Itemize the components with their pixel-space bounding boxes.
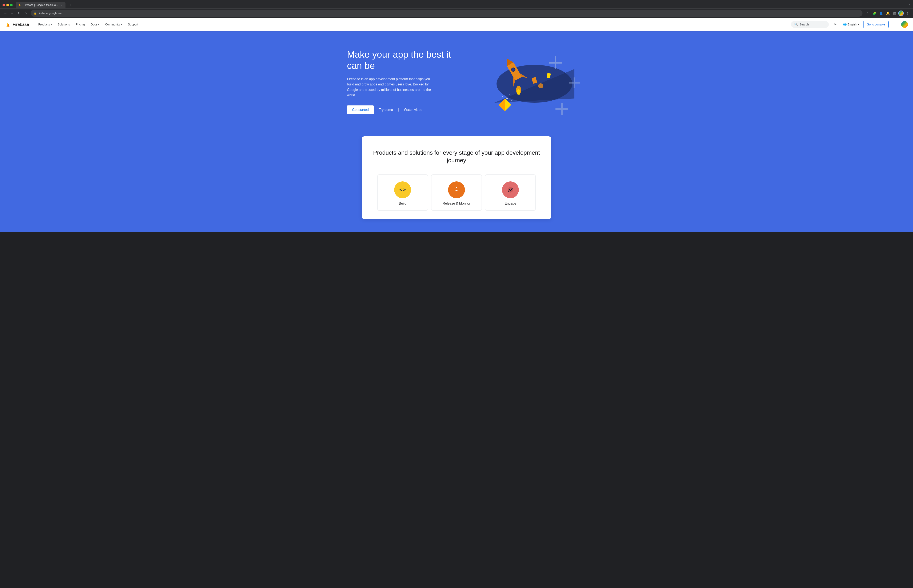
product-item-build[interactable]: <> Build	[377, 174, 428, 211]
nav-solutions[interactable]: Solutions	[55, 21, 73, 28]
hero-actions: Get started Try demo | Watch video	[347, 105, 456, 114]
release-icon-circle	[448, 181, 465, 198]
close-window-button[interactable]	[3, 4, 5, 6]
nav-right: 🔍 Search ☀ 🌐 English ▾ Go to console ⋮	[791, 21, 908, 28]
product-item-release[interactable]: Release & Monitor	[431, 174, 482, 211]
account-icon[interactable]: 👤	[878, 10, 884, 16]
products-arrow-icon: ▾	[51, 23, 52, 26]
hero-text: Make your app the best it can be Firebas…	[347, 49, 456, 114]
nav-community[interactable]: Community ▾	[102, 21, 125, 28]
get-started-button[interactable]: Get started	[347, 105, 374, 114]
more-options-icon[interactable]: ⋮	[905, 10, 910, 16]
url-bar[interactable]: 🔒 firebase.google.com	[31, 10, 863, 17]
window-controls: ⌃	[908, 4, 910, 6]
products-card: Products and solutions for every stage o…	[362, 136, 551, 219]
extension-icon[interactable]: 🧩	[871, 10, 877, 16]
release-icon	[452, 185, 461, 194]
svg-point-15	[517, 89, 520, 95]
profile-avatar[interactable]	[898, 11, 904, 16]
lock-icon: 🔒	[34, 12, 37, 15]
nav-controls: ← → ↻ ⌂	[3, 10, 29, 16]
theme-toggle-button[interactable]: ☀	[831, 21, 839, 28]
engage-icon-circle	[502, 181, 519, 198]
tab-title: Firebase | Google's Mobile &...	[24, 3, 58, 6]
browser-actions: ☆ 🧩 👤 🔔 ▦ ⋮	[864, 10, 910, 16]
product-label-release: Release & Monitor	[443, 202, 470, 205]
svg-point-27	[456, 188, 457, 190]
engage-icon	[506, 185, 515, 194]
community-arrow-icon: ▾	[121, 23, 122, 26]
maximize-window-button[interactable]	[10, 4, 13, 6]
nav-docs[interactable]: Docs ▾	[88, 21, 102, 28]
hero-illustration	[456, 44, 583, 120]
docs-arrow-icon: ▾	[98, 23, 99, 26]
minimize-window-button[interactable]	[6, 4, 9, 6]
svg-point-18	[507, 98, 508, 99]
sidebar-icon[interactable]: ▦	[892, 10, 897, 16]
firebase-flame-icon	[5, 21, 11, 27]
build-icon-circle: <>	[394, 181, 411, 198]
products-section-title: Products and solutions for every stage o…	[370, 149, 543, 164]
nav-links: Products ▾ Solutions Pricing Docs ▾ Comm…	[36, 21, 791, 28]
nav-more-button[interactable]: ⋮	[891, 21, 899, 28]
try-demo-button[interactable]: Try demo	[379, 105, 393, 114]
build-icon: <>	[398, 185, 407, 194]
home-button[interactable]: ⌂	[23, 10, 29, 16]
tab-bar: Firebase | Google's Mobile &... × + ⌃	[0, 0, 913, 8]
svg-point-19	[509, 94, 510, 95]
language-selector[interactable]: 🌐 English ▾	[842, 21, 861, 27]
language-arrow-icon: ▾	[858, 23, 859, 26]
svg-point-20	[502, 96, 503, 97]
address-bar: ← → ↻ ⌂ 🔒 firebase.google.com ☆ 🧩 👤 🔔 ▦ …	[0, 8, 913, 18]
search-icon: 🔍	[794, 23, 798, 26]
hero-section: Make your app the best it can be Firebas…	[0, 31, 913, 136]
hero-title: Make your app the best it can be	[347, 49, 456, 71]
svg-text:<>: <>	[400, 186, 406, 193]
product-label-engage: Engage	[505, 202, 516, 205]
reload-button[interactable]: ↻	[16, 10, 22, 16]
svg-point-21	[511, 100, 512, 101]
hero-description: Firebase is an app development platform …	[347, 76, 435, 98]
nav-support[interactable]: Support	[125, 21, 141, 28]
browser-chrome: Firebase | Google's Mobile &... × + ⌃ ← …	[0, 0, 913, 18]
nav-pricing[interactable]: Pricing	[73, 21, 87, 28]
products-grid: <> Build	[370, 174, 543, 211]
main-nav: Firebase Products ▾ Solutions Pricing Do…	[0, 18, 913, 31]
nav-profile-avatar[interactable]	[901, 21, 908, 28]
nav-products[interactable]: Products ▾	[36, 21, 54, 28]
active-tab[interactable]: Firebase | Google's Mobile &... ×	[16, 2, 65, 8]
search-placeholder: Search	[800, 23, 809, 26]
products-section: Products and solutions for every stage o…	[0, 136, 913, 232]
website-content: Firebase Products ▾ Solutions Pricing Do…	[0, 18, 913, 232]
traffic-lights	[3, 4, 13, 6]
go-to-console-button[interactable]: Go to console	[863, 21, 889, 28]
hero-divider: |	[398, 108, 399, 112]
bookmark-icon[interactable]: ☆	[864, 10, 871, 16]
svg-point-23	[538, 83, 543, 88]
notifications-icon[interactable]: 🔔	[885, 10, 891, 16]
product-label-build: Build	[399, 202, 406, 205]
product-item-engage[interactable]: Engage	[485, 174, 536, 211]
hero-content: Make your app the best it can be Firebas…	[330, 44, 583, 120]
tab-close-button[interactable]: ×	[60, 3, 63, 7]
tab-favicon-icon	[19, 3, 22, 7]
forward-button[interactable]: →	[9, 10, 15, 16]
firebase-logo-text: Firebase	[13, 22, 29, 27]
rocket-illustration-svg	[456, 44, 583, 124]
search-bar[interactable]: 🔍 Search	[791, 21, 829, 28]
watch-video-button[interactable]: Watch video	[404, 105, 422, 114]
url-text: firebase.google.com	[39, 11, 63, 15]
new-tab-button[interactable]: +	[67, 2, 73, 8]
firebase-logo[interactable]: Firebase	[5, 21, 29, 27]
globe-icon: 🌐	[843, 23, 847, 26]
back-button[interactable]: ←	[3, 10, 8, 16]
